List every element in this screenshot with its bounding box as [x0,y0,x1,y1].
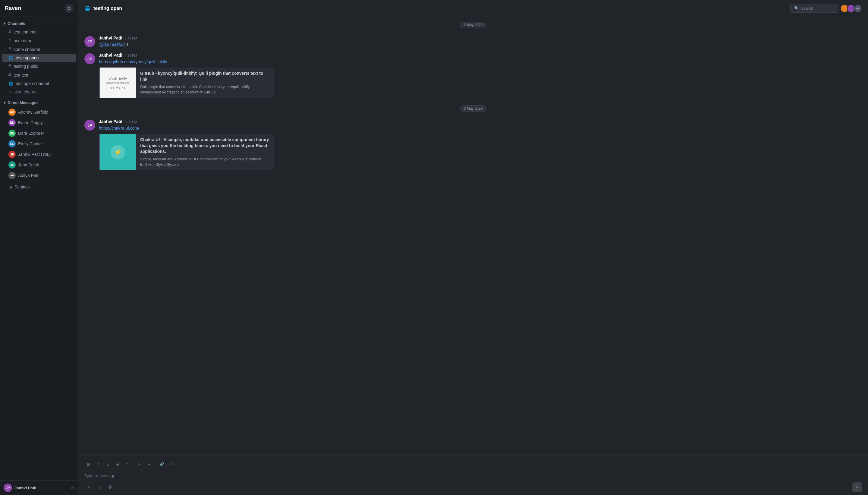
message-author-1: Janhvi Patil [99,36,122,40]
hash-icon: # [8,47,11,52]
message-avatar-2: JP [84,53,95,64]
sidebar-item-test-channel[interactable]: # test channel [2,28,76,36]
sidebar-item-test-test[interactable]: # test test [2,71,76,79]
avatar: AG [8,108,16,116]
current-user-name: Janhvi Patil [15,486,36,490]
chevron-down-icon: ▾ [4,100,6,105]
sidebar-item-test-open-channel[interactable]: 🌐 test open channel [2,80,76,87]
add-channel-button[interactable]: ＋ Add channel [2,88,76,96]
current-user[interactable]: JP Janhvi Patil [4,483,36,492]
settings-label: Settings [15,185,30,189]
message-avatar-1: JP [84,36,95,47]
link-preview-info-github: GitHub - kyoncy/quill-linkify: Quill plu… [136,68,274,98]
dm-item-john-smith[interactable]: JS John Smith [2,160,76,170]
sidebar-content: ▾ Channels # test channel # nom nom # so… [0,17,78,480]
message-time-2: 4:28 PM [125,54,137,57]
message-input[interactable]: Type a message... [83,472,863,480]
sidebar-item-label: testing open [16,55,39,60]
message-link-2[interactable]: https://github.com/kyoncy/quill-linkify [99,59,167,64]
bold-button[interactable]: B [84,460,93,468]
hash-icon: # [8,64,11,69]
globe-icon: 🌐 [8,81,13,86]
sidebar: Raven ⚙ ▾ Channels # test channel # nom … [0,0,79,495]
header-avatars: +7 [842,4,862,13]
bullet-list-button[interactable]: •≡ [145,460,153,468]
settings-gear-button[interactable]: ⚙ [65,4,73,13]
current-user-avatar: JP [4,483,12,492]
message-header-2: Janhvi Patil 4:28 PM [99,53,862,57]
sidebar-item-label: test open channel [16,81,49,86]
dm-item-label: Dora Explorer [18,131,44,136]
hash-icon: # [8,38,11,44]
message-text-1: @Janhvi Patil hi [99,41,862,48]
avatar: EC [8,140,16,148]
link-preview-title-github: GitHub - kyoncy/quill-linkify: Quill plu… [140,70,270,82]
channel-title: testing open [93,6,122,11]
date-divider-2: 3 May 2023 [79,100,868,117]
sidebar-item-label: nom nom [14,38,31,43]
message-author-2: Janhvi Patil [99,53,122,57]
emoji-picker-button[interactable]: ☺ [95,483,104,491]
message-content-1: Janhvi Patil 2:42 PM @Janhvi Patil hi [99,36,862,48]
dm-item-emily-clarke[interactable]: EC Emily Clarke [2,139,76,149]
dm-item-label: Emily Clarke [18,141,42,146]
dm-item-andrew-garfield[interactable]: AG Andrew Garfield [2,107,76,117]
sidebar-item-label: test channel [14,30,36,34]
blockquote-button[interactable]: " [123,460,132,468]
sidebar-item-label: some channel [14,47,40,52]
channel-type-icon: 🌐 [84,5,90,11]
sidebar-item-testing-public[interactable]: # testing public [2,62,76,70]
sidebar-item-label: test test [14,73,28,78]
sliders-icon: ⊞ [8,185,12,189]
editor-toolbar: B I U S " 1≡ •≡ 🔗 </> [83,459,863,470]
message-link-3[interactable]: https://chakra-ui.com/ [99,126,139,131]
avatar: DE [8,130,16,137]
app-title: Raven [5,5,21,12]
dm-item-bruno-doggy[interactable]: BD Bruno Doggy [2,118,76,128]
add-channel-label: Add channel [15,89,39,95]
header-right: 🔍 Search +7 [790,4,862,13]
sidebar-item-some-channel[interactable]: # some channel [2,45,76,54]
sidebar-item-nom-nom[interactable]: # nom nom [2,36,76,45]
plus-icon: ＋ [8,89,13,95]
attach-button[interactable]: ＋ [84,483,93,491]
dm-item-label: Andrew Garfield [18,110,48,115]
message-header-1: Janhvi Patil 2:42 PM [99,36,862,40]
italic-button[interactable]: I [94,460,103,468]
message-header-3: Janhvi Patil 3:28 PM [99,119,862,124]
dm-item-aditya-patil[interactable]: AP Aditya Patil [2,170,76,181]
ordered-list-button[interactable]: 1≡ [135,460,144,468]
message-text-3: https://chakra-ui.com/ [99,125,862,132]
dm-item-janhvi-patil[interactable]: JP Janhvi Patil (You) [2,149,76,159]
link-preview-info-chakra: Chakra UI - A simple, modular and access… [136,134,274,170]
date-divider-1: 2 May 2023 [79,17,868,33]
link-preview-github: y/quill-linkify converts text to link ⊕8… [99,68,274,98]
link-insert-button[interactable]: 🔗 [157,460,166,468]
code-button[interactable]: </> [167,460,175,468]
logout-button[interactable]: ⎋ [71,485,74,491]
dm-item-dora-explorer[interactable]: DE Dora Explorer [2,128,76,138]
chakra-logo: ⚡ [100,134,136,170]
underline-button[interactable]: U [104,460,112,468]
message-editor: B I U S " 1≡ •≡ 🔗 </> Type a message... … [79,455,868,495]
editor-footer: ＋ ☺ ＠ ➤ [83,480,863,492]
link-preview-chakra: ⚡ Chakra UI - A simple, modular and acce… [99,134,274,170]
mention-button[interactable]: ＠ [106,483,115,491]
sidebar-footer: JP Janhvi Patil ⎋ [0,480,78,495]
settings-nav-item[interactable]: ⊞ Settings [2,183,76,191]
message-group-3: JP Janhvi Patil 3:28 PM https://chakra-u… [79,117,868,173]
message-text-2: https://github.com/kyoncy/quill-linkify [99,59,862,65]
message-time-1: 2:42 PM [125,36,137,40]
editor-footer-left: ＋ ☺ ＠ [84,483,115,491]
channels-section-label: Channels [7,21,25,25]
sidebar-item-testing-open[interactable]: 🌐 testing open [2,54,76,62]
avatar: BD [8,119,16,126]
channels-section-header[interactable]: ▾ Channels [0,19,78,28]
message-time-3: 3:28 PM [125,120,137,124]
dm-section-label: Direct Messages [7,100,39,105]
dm-section-header[interactable]: ▾ Direct Messages [0,99,78,107]
avatar: JS [8,161,16,169]
send-message-button[interactable]: ➤ [852,482,862,492]
strikethrough-button[interactable]: S [113,460,122,468]
search-button[interactable]: 🔍 Search [790,4,838,13]
